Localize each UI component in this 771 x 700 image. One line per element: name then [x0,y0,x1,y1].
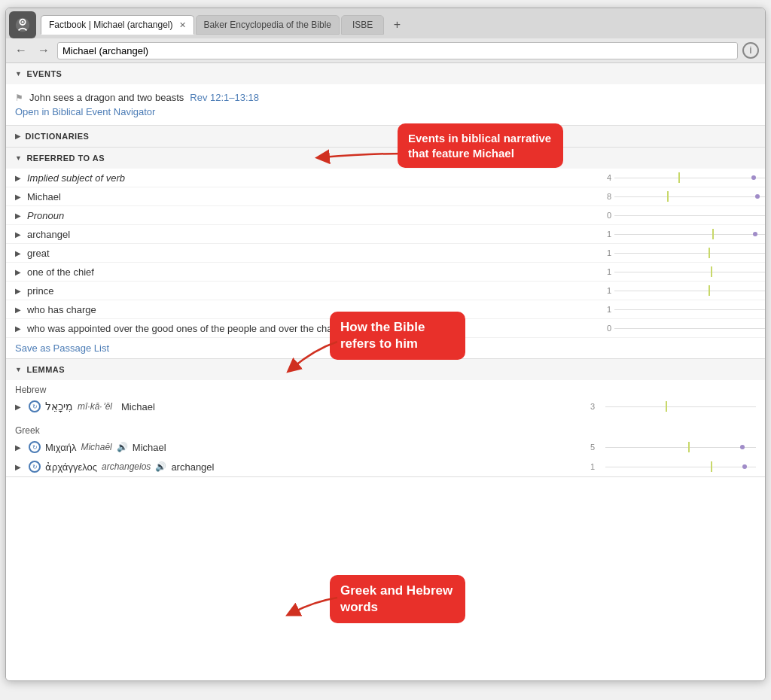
row-label-2: Pronoun [27,210,586,221]
row-arrow-6[interactable]: ▶ [15,287,21,295]
lemma-icon-greek-1: ↻ [29,461,41,473]
address-input[interactable] [57,42,738,59]
chart-4 [614,246,765,260]
lemmas-annotation-wrapper: Greek and Hebrew words [330,575,465,623]
referred-triangle: ▼ [15,154,22,162]
tab-baker-label: Baker Encyclopedia of the Bible [204,20,331,30]
tab-isbe[interactable]: ISBE [341,15,384,35]
address-bar: ← → i [6,38,765,63]
event-row: ⚑ John sees a dragon and two beasts Rev … [15,92,756,103]
tab-bar: Factbook | Michael (archangel) ✕ Baker E… [6,8,765,38]
events-header[interactable]: ▼ EVENTS [6,63,765,84]
row-label-6: prince [27,285,586,297]
lemmas-header[interactable]: ▼ LEMMAS [6,359,765,380]
chart-3 [614,227,765,241]
lemma-meaning-greek-0: Michael [133,442,166,453]
tab-baker[interactable]: Baker Encyclopedia of the Bible [196,15,340,35]
referred-body: ▶ Implied subject of verb 4 ▶ Michael [6,169,765,358]
lemma-icon-0: ↻ [29,400,41,412]
tab-factbook[interactable]: Factbook | Michael (archangel) ✕ [41,15,194,35]
row-count-8: 0 [589,324,611,333]
row-count-1: 8 [589,192,611,201]
chart-5 [614,265,765,278]
dictionaries-header[interactable]: ▶ DICTIONARIES [6,126,765,147]
events-section: ▼ EVENTS ⚑ John sees a dragon and two be… [6,63,765,126]
lemma-count-greek-0: 5 [572,443,595,452]
referred-row-2: ▶ Pronoun 0 [6,206,765,225]
lemmas-body: Hebrew ▶ ↻ מִיכָאֵל mî·kā·ʾēl Michael 3 [6,380,765,476]
lemma-translit-greek-0: Michaēl [81,442,111,452]
lemma-chart-0 [605,400,756,413]
row-label-4: great [27,248,586,259]
row-label-7: who has charge [27,304,586,315]
events-triangle: ▼ [15,70,22,78]
row-arrow-0[interactable]: ▶ [15,174,21,182]
lemmas-section: ▼ LEMMAS Hebrew ▶ ↻ מִיכָאֵל mî·kā·ʾēl M… [6,359,765,477]
referred-header-label: REFERRED TO AS [26,154,105,163]
row-arrow-3[interactable]: ▶ [15,230,21,239]
chart-2 [614,208,765,222]
referred-row-4: ▶ great 1 [6,244,765,263]
lemma-greek-1: ἀρχάγγελος [45,461,97,473]
referred-row-5: ▶ one of the chief 1 [6,263,765,282]
row-count-3: 1 [589,230,611,239]
referred-row-0: ▶ Implied subject of verb 4 [6,169,765,187]
events-header-label: EVENTS [26,69,62,78]
lemmas-triangle: ▼ [15,366,22,373]
chart-1 [614,190,765,203]
tab-factbook-label: Factbook | Michael (archangel) [49,20,173,30]
event-ref[interactable]: Rev 12:1–13:18 [190,92,259,103]
lemmas-annotation-box: Greek and Hebrew words [330,575,465,623]
back-button[interactable]: ← [12,41,30,59]
row-arrow-8[interactable]: ▶ [15,324,21,333]
lemma-greek-0: Μιχαήλ [45,442,76,453]
chart-8 [614,321,765,335]
row-arrow-7[interactable]: ▶ [15,306,21,314]
row-label-8: who was appointed over the good ones of … [27,323,586,334]
referred-row-8: ▶ who was appointed over the good ones o… [6,319,765,338]
dictionaries-section: ▶ DICTIONARIES [6,126,765,148]
open-navigator-link[interactable]: Open in Biblical Event Navigator [15,106,155,117]
row-label-3: archangel [27,229,586,240]
row-arrow-5[interactable]: ▶ [15,268,21,276]
lemma-meaning-0: Michael [121,401,155,412]
lemma-audio-greek-1[interactable]: 🔊 [155,461,166,472]
lemmas-arrow-svg [285,583,345,628]
events-body: ⚑ John sees a dragon and two beasts Rev … [6,84,765,125]
referred-row-1: ▶ Michael 8 [6,187,765,206]
dictionaries-triangle: ▶ [15,132,21,140]
lemmas-header-label: LEMMAS [26,365,65,374]
tab-factbook-close[interactable]: ✕ [179,20,186,30]
row-count-6: 1 [589,286,611,295]
save-passage-link[interactable]: Save as Passage List [6,338,118,358]
row-arrow-2[interactable]: ▶ [15,212,21,220]
tab-add-button[interactable]: + [389,17,405,33]
lemma-group-greek: Greek [6,421,765,437]
chart-6 [614,284,765,297]
row-label-0: Implied subject of verb [27,172,586,184]
lemma-translit-0: mî·kā·ʾēl [78,401,112,412]
chart-7 [614,303,765,316]
chart-0 [614,171,765,184]
lemma-group-hebrew: Hebrew [6,380,765,397]
tab-isbe-label: ISBE [352,20,373,30]
lemma-audio-greek-0[interactable]: 🔊 [117,442,128,452]
referred-header[interactable]: ▼ REFERRED TO AS [6,148,765,169]
referred-row-3: ▶ archangel 1 [6,225,765,244]
row-count-0: 4 [589,173,611,182]
referred-row-6: ▶ prince 1 [6,282,765,300]
forward-button[interactable]: → [35,41,53,59]
lemma-icon-greek-0: ↻ [29,441,41,453]
row-count-4: 1 [589,248,611,257]
row-label-1: Michael [27,191,586,202]
info-button[interactable]: i [742,42,759,59]
lemma-row-arrow-greek-0[interactable]: ▶ [15,443,21,452]
row-arrow-4[interactable]: ▶ [15,249,21,257]
lemma-row-arrow-greek-1[interactable]: ▶ [15,463,21,471]
lemma-row-arrow-0[interactable]: ▶ [15,403,21,411]
row-count-2: 0 [589,211,611,220]
row-arrow-1[interactable]: ▶ [15,193,21,201]
lemma-row-greek-1: ▶ ↻ ἀρχάγγελος archangelos 🔊 archangel 1 [6,457,765,476]
referred-section: ▼ REFERRED TO AS ▶ Implied subject of ve… [6,148,765,359]
referred-row-7: ▶ who has charge 1 [6,300,765,319]
